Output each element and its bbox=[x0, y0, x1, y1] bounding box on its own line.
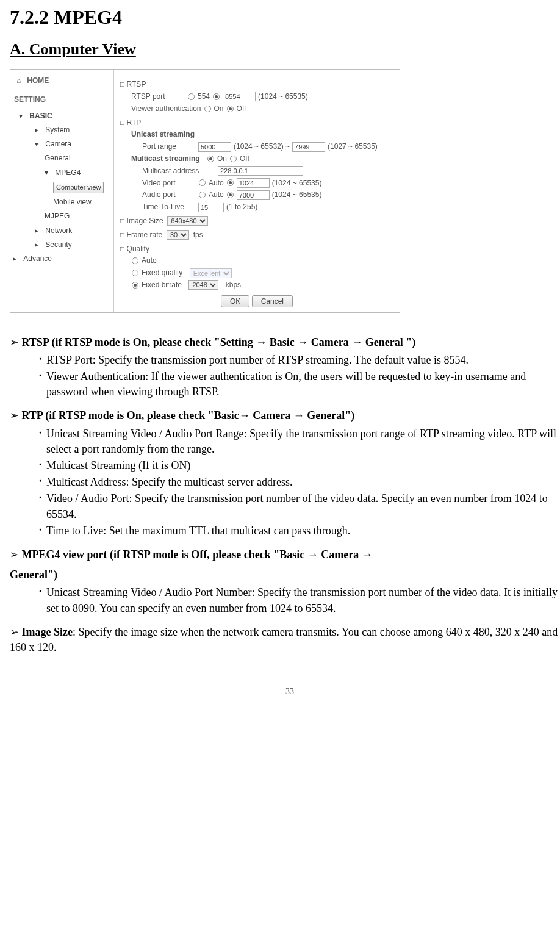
audio-port-row: Audio port Auto (1024 ~ 65535) bbox=[142, 190, 393, 200]
video-port-auto-radio[interactable] bbox=[199, 179, 206, 186]
page-icon: ▸ bbox=[35, 240, 43, 250]
quality-fixedb-radio[interactable] bbox=[132, 282, 138, 289]
nav-network[interactable]: ▸ Network bbox=[35, 226, 111, 236]
viewer-auth-on-radio[interactable] bbox=[204, 106, 211, 112]
multicast-label: Multicast streaming bbox=[131, 154, 204, 164]
rtp-section-head: RTP (if RTSP mode is On, please check "B… bbox=[10, 408, 560, 423]
multicast-off-radio[interactable] bbox=[230, 156, 237, 162]
nav-system[interactable]: ▸ System bbox=[35, 125, 111, 135]
quality-auto-radio[interactable] bbox=[132, 257, 138, 264]
nav-security[interactable]: ▸ Security bbox=[35, 240, 111, 250]
nav-mjpeg[interactable]: MJPEG bbox=[45, 211, 111, 221]
audio-port-auto-radio[interactable] bbox=[199, 192, 206, 198]
rtsp-port-custom-radio[interactable] bbox=[213, 93, 220, 100]
frame-rate-suffix: fps bbox=[193, 231, 203, 239]
port-range-from-hint: (1024 ~ 65532) ~ bbox=[234, 142, 290, 152]
rtsp-section: RTSP (if RTSP mode is On, please check "… bbox=[10, 335, 560, 400]
nav-mpeg4[interactable]: ▾ MPEG4 bbox=[45, 168, 111, 178]
image-size-label: Image Size bbox=[127, 217, 163, 225]
rtsp-port-input[interactable] bbox=[223, 92, 256, 101]
quality-fixedq-select: Excellent bbox=[190, 268, 232, 278]
video-port-hint: (1024 ~ 65535) bbox=[272, 178, 322, 188]
mpeg4viewport-section: MPEG4 view port (if RTSP mode is Off, pl… bbox=[10, 547, 560, 616]
rtp-bullet-2: Multicast Streaming (If it is ON) bbox=[39, 458, 560, 473]
folder-icon: ▾ bbox=[19, 111, 27, 121]
quality-fixedq-label: Fixed quality bbox=[142, 268, 182, 278]
ttl-row: Time-To-Live (1 to 255) bbox=[142, 202, 393, 212]
ok-button[interactable]: OK bbox=[221, 295, 249, 307]
nav-mobile-view[interactable]: Mobile view bbox=[53, 197, 111, 207]
quality-fixedb-select[interactable]: 2048 bbox=[188, 280, 218, 290]
mpeg4viewport-head-b: General") bbox=[10, 567, 560, 583]
multicast-on-label: On bbox=[217, 154, 227, 164]
nav-advance[interactable]: ▸ Advance bbox=[13, 254, 111, 264]
ttl-hint: (1 to 255) bbox=[226, 202, 257, 212]
rtsp-port-label: RTSP port bbox=[131, 92, 185, 102]
rtsp-bullet-2: Viewer Authentication: If the viewer aut… bbox=[39, 369, 560, 400]
rtsp-bullet-1: RTSP Port: Specify the transmission port… bbox=[39, 353, 560, 368]
button-row: OK Cancel bbox=[120, 295, 393, 307]
page-icon: ▸ bbox=[35, 226, 43, 236]
multicast-addr-row: Multicast address bbox=[142, 166, 393, 176]
port-range-to-input[interactable] bbox=[292, 142, 325, 152]
page-icon: ▸ bbox=[35, 125, 43, 135]
ttl-label: Time-To-Live bbox=[142, 202, 196, 212]
frame-rate-label: Frame rate bbox=[127, 231, 163, 239]
rtsp-section-head: RTSP (if RTSP mode is On, please check "… bbox=[10, 335, 560, 350]
quality-auto-label: Auto bbox=[142, 256, 157, 266]
port-range-label: Port range bbox=[142, 142, 196, 152]
page-number: 33 bbox=[10, 686, 560, 698]
viewer-auth-off-label: Off bbox=[237, 104, 246, 114]
rtp-bullet-1: Unicast Streaming Video / Audio Port Ran… bbox=[39, 426, 560, 457]
rtsp-port-hint: (1024 ~ 65535) bbox=[258, 92, 308, 102]
page-icon: ▾ bbox=[45, 168, 53, 178]
nav-basic[interactable]: ▾ BASIC bbox=[19, 111, 111, 121]
video-port-custom-radio[interactable] bbox=[227, 179, 234, 186]
sidebar: ⌂ HOME SETTING ▾ BASIC ▸ System ▾ Camera… bbox=[10, 70, 114, 312]
ttl-input[interactable] bbox=[198, 203, 224, 212]
port-range-from-input[interactable] bbox=[198, 142, 231, 152]
unicast-label: Unicast streaming bbox=[131, 129, 393, 140]
settings-pane: RTSP RTSP port 554 (1024 ~ 65535) Viewer… bbox=[114, 70, 400, 312]
image-size-section: Image Size: Specify the image size when … bbox=[10, 625, 560, 655]
audio-port-custom-radio[interactable] bbox=[227, 192, 234, 198]
rtp-bullet-5: Time to Live: Set the maximum TTL that m… bbox=[39, 523, 560, 539]
rtsp-port-554-label: 554 bbox=[198, 92, 210, 102]
nav-general[interactable]: General bbox=[45, 153, 111, 163]
audio-port-auto-label: Auto bbox=[209, 190, 224, 200]
nav-camera[interactable]: ▾ Camera bbox=[35, 139, 111, 149]
quality-auto-row: Auto bbox=[131, 256, 393, 266]
image-size-select[interactable]: 640x480 bbox=[167, 216, 208, 226]
image-size-row: Image Size 640x480 bbox=[120, 216, 393, 226]
quality-fixedb-suffix: kbps bbox=[226, 280, 241, 290]
audio-port-label: Audio port bbox=[142, 190, 196, 200]
quality-fixedq-radio[interactable] bbox=[132, 270, 138, 276]
quality-fixedb-row: Fixed bitrate 2048 kbps bbox=[131, 280, 393, 290]
rtp-header: RTP bbox=[120, 118, 393, 128]
multicast-on-radio[interactable] bbox=[207, 156, 214, 162]
video-port-row: Video port Auto (1024 ~ 65535) bbox=[142, 178, 393, 188]
frame-rate-select[interactable]: 30 bbox=[167, 230, 189, 240]
rtsp-port-554-radio[interactable] bbox=[188, 93, 195, 100]
nav-computer-view[interactable]: Computer view bbox=[53, 182, 111, 193]
video-port-label: Video port bbox=[142, 178, 196, 188]
viewer-auth-off-radio[interactable] bbox=[227, 106, 234, 112]
video-port-input[interactable] bbox=[237, 178, 270, 188]
rtsp-header: RTSP bbox=[120, 79, 393, 90]
page-icon: ▸ bbox=[13, 254, 21, 264]
multicast-addr-input[interactable] bbox=[218, 166, 303, 176]
multicast-off-label: Off bbox=[240, 154, 249, 164]
image-size-head: Image Size bbox=[10, 626, 73, 638]
multicast-row: Multicast streaming On Off bbox=[131, 154, 393, 164]
mpeg4-bullet-1: Unicast Streaming Video / Audio Port Num… bbox=[39, 585, 560, 616]
cancel-button[interactable]: Cancel bbox=[252, 295, 293, 307]
nav-home[interactable]: ⌂ HOME bbox=[16, 76, 111, 86]
viewer-auth-on-label: On bbox=[214, 104, 224, 114]
audio-port-input[interactable] bbox=[237, 190, 270, 200]
multicast-addr-label: Multicast address bbox=[142, 166, 215, 176]
mpeg4viewport-head-a: MPEG4 view port (if RTSP mode is Off, pl… bbox=[10, 547, 560, 562]
video-port-auto-label: Auto bbox=[209, 178, 224, 188]
port-range-row: Port range (1024 ~ 65532) ~ (1027 ~ 6553… bbox=[142, 142, 393, 152]
audio-port-hint: (1024 ~ 65535) bbox=[272, 190, 322, 200]
rtp-section: RTP (if RTSP mode is On, please check "B… bbox=[10, 408, 560, 539]
